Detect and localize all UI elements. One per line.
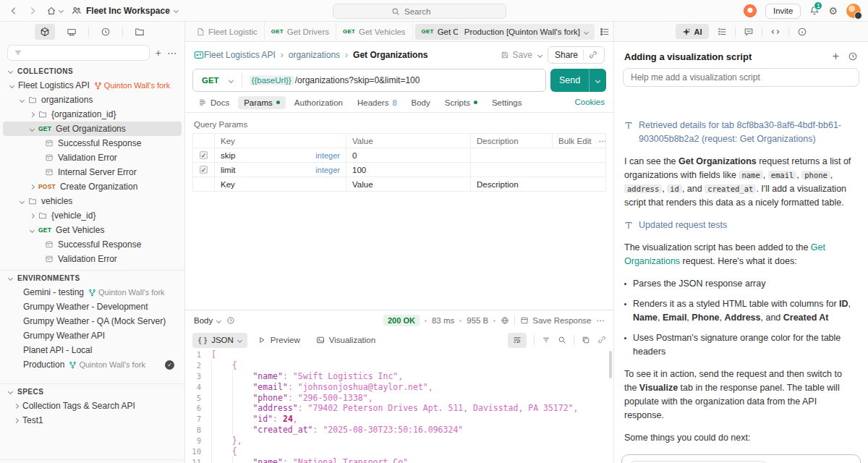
url-box[interactable]: GET {{baseUrl}} /organizations?skip=0&li… <box>192 69 546 92</box>
response-link-button[interactable] <box>597 336 606 344</box>
status-badge[interactable]: 200 OK <box>383 315 420 326</box>
wrap-lines-button[interactable] <box>508 333 527 348</box>
request-get-organizations[interactable]: GET Get Organizations <box>3 122 182 136</box>
request-create-organization[interactable]: POST Create Organization <box>3 179 182 194</box>
ai-tool-call-1[interactable]: Retrieved details for tab 8cf8ba30-8af6-… <box>624 119 856 146</box>
notifications-button[interactable]: 1 <box>809 6 820 16</box>
save-response-button[interactable]: Save Response <box>520 316 591 325</box>
sdks-section-header[interactable]: SDKS <box>0 460 184 463</box>
environment-quick-look-button[interactable] <box>600 27 610 37</box>
share-button[interactable]: Share <box>548 46 605 64</box>
env-gemini-testing[interactable]: Gemini - testing Quinton Wall's fork <box>3 285 182 300</box>
save-button[interactable]: Save <box>501 50 532 60</box>
folder-organizations[interactable]: organizations <box>3 93 182 107</box>
ai-tool-call-2[interactable]: Updated request tests <box>624 218 856 232</box>
invite-button[interactable]: Invite <box>765 4 801 19</box>
spec-collection-tags-search-api[interactable]: Collection Tags & Search API <box>3 399 182 413</box>
collections-nav-button[interactable] <box>35 24 55 40</box>
tab-settings[interactable]: Settings <box>486 96 528 109</box>
sidebar-filter-input[interactable] <box>7 45 150 61</box>
env-planet-api-local[interactable]: Planet API - Local <box>3 343 182 357</box>
files-nav-button[interactable] <box>129 24 150 40</box>
avatar[interactable] <box>846 4 861 18</box>
folder-vehicles[interactable]: vehicles <box>3 194 182 208</box>
send-options-chevron[interactable] <box>589 69 606 92</box>
response-format-dropdown[interactable]: { }JSON <box>192 333 247 348</box>
environments-section-header[interactable]: ENVIRONMENTS <box>0 271 184 285</box>
save-options-chevron[interactable] <box>537 52 542 57</box>
baseurl-variable-chip[interactable]: {{baseUrl}} <box>250 75 294 85</box>
breadcrumb-folder-link[interactable]: organizations <box>289 50 340 60</box>
back-arrow-icon[interactable] <box>9 6 19 16</box>
response-more-button[interactable]: ⋯ <box>597 315 605 326</box>
global-search[interactable] <box>333 4 506 19</box>
ai-tab-button[interactable]: AI <box>676 24 709 39</box>
workspace-switcher[interactable]: Fleet Inc Workspace <box>72 6 178 16</box>
bulk-edit-button[interactable]: Bulk Edit <box>558 137 591 145</box>
tab-fleet-logistics[interactable]: Fleet Logistic <box>190 22 265 42</box>
conversation-history-button[interactable] <box>848 51 858 61</box>
response-history-icon[interactable] <box>226 316 235 325</box>
collections-section-header[interactable]: COLLECTIONS <box>0 64 184 78</box>
home-button[interactable] <box>46 6 63 16</box>
params-more-button[interactable]: ⋯ <box>598 136 605 146</box>
env-production[interactable]: Production Quinton Wall's fork ✓ <box>3 357 182 372</box>
folder-vehicle-id[interactable]: {vehicle_id} <box>3 208 182 223</box>
info-tab-button[interactable] <box>797 27 807 37</box>
response-time[interactable]: 83 ms <box>432 316 454 325</box>
tab-body[interactable]: Body <box>406 96 436 109</box>
tab-authorization[interactable]: Authorization <box>289 96 349 109</box>
send-button[interactable]: Send <box>550 69 606 92</box>
tab-get-drivers[interactable]: GETGet Drivers <box>265 22 336 42</box>
specs-section-header[interactable]: SPECS <box>0 384 184 399</box>
env-grumpy-weather-qa[interactable]: Grumpy Weather - QA (Mock Server) <box>3 314 182 328</box>
tab-params[interactable]: Params <box>238 96 286 109</box>
collection-fleet-logistics-api[interactable]: Fleet Logistics API Quinton Wall's fork <box>3 78 182 93</box>
ai-composer[interactable]: Describe what this script does <box>621 454 861 463</box>
url-input[interactable]: {{baseUrl}} /organizations?skip=0&limit=… <box>242 75 420 85</box>
forward-arrow-icon[interactable] <box>27 6 38 16</box>
example-validation-error-2[interactable]: Validation Error <box>3 252 182 266</box>
history-nav-button[interactable] <box>95 24 116 40</box>
search-input[interactable] <box>404 7 448 16</box>
network-globe-icon[interactable] <box>501 316 509 325</box>
param-checkbox[interactable]: ✓ <box>200 151 208 159</box>
tab-get-vehicles[interactable]: GETGet Vehicles <box>336 22 413 42</box>
response-scrollbar[interactable] <box>609 351 612 378</box>
tab-docs[interactable]: Docs <box>192 96 235 109</box>
response-size[interactable]: 955 B <box>467 316 488 325</box>
tab-headers[interactable]: Headers8 <box>352 96 403 109</box>
preview-view-button[interactable]: Preview <box>252 336 306 344</box>
env-grumpy-weather-api[interactable]: Grumpy Weather API <box>3 328 182 343</box>
response-body-dropdown[interactable]: Body <box>194 316 221 325</box>
spec-test1[interactable]: Test1 <box>3 413 182 428</box>
ai-prompt-input[interactable] <box>631 72 851 82</box>
settings-gear-icon[interactable]: ⚙ <box>828 6 838 16</box>
request-get-vehicles[interactable]: GET Get Vehicles <box>3 223 182 237</box>
folder-organization-id[interactable]: {organization_id} <box>3 107 182 122</box>
task-list-tab-button[interactable] <box>717 27 727 37</box>
method-selector[interactable]: GET <box>193 76 242 85</box>
example-successful-response-2[interactable]: Successful Response <box>3 237 182 252</box>
sidebar-add-button[interactable]: + <box>156 48 161 58</box>
breadcrumb-collection-link[interactable]: Fleet Logistics API <box>204 50 276 60</box>
filter-results-button[interactable] <box>542 336 550 344</box>
cookies-link[interactable]: Cookies <box>574 98 605 106</box>
sidebar-more-button[interactable]: ⋯ <box>167 48 177 58</box>
environment-selector[interactable]: Production [Quinton Wall's fork] <box>458 24 595 40</box>
new-conversation-button[interactable]: + <box>833 51 839 62</box>
search-response-button[interactable] <box>558 336 566 344</box>
ai-prompt-display[interactable] <box>623 68 859 87</box>
example-validation-error[interactable]: Validation Error <box>3 150 182 165</box>
example-internal-server-error[interactable]: Internal Server Error <box>3 165 182 179</box>
mock-servers-nav-button[interactable] <box>61 24 82 40</box>
tab-scripts[interactable]: Scripts <box>439 96 483 109</box>
param-checkbox[interactable]: ✓ <box>200 166 208 174</box>
postbot-icon[interactable] <box>744 4 757 17</box>
code-tab-button[interactable] <box>770 27 780 37</box>
copy-response-button[interactable] <box>582 336 590 344</box>
comments-tab-button[interactable] <box>744 27 754 37</box>
example-successful-response[interactable]: Successful Response <box>3 136 182 150</box>
visualization-view-button[interactable]: Visualization <box>310 336 381 344</box>
response-body-json[interactable]: 1[2 {3 "name": "Swift Logistics Inc",4 "… <box>185 349 613 463</box>
